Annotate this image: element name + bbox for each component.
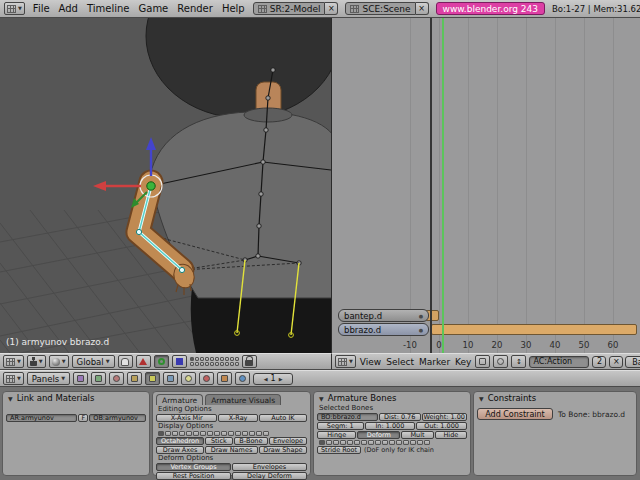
- scene-context-button[interactable]: [163, 372, 178, 385]
- auto-ik-button[interactable]: Auto IK: [259, 414, 307, 422]
- layer-toggle[interactable]: [210, 362, 214, 366]
- draw-mode-dropdown[interactable]: ▼: [49, 355, 69, 368]
- viewport-3d[interactable]: (1) armyunov bbrazo.d: [0, 18, 331, 353]
- users-count-button[interactable]: 2: [592, 356, 606, 368]
- layer-toggle[interactable]: [347, 440, 353, 445]
- lock-button[interactable]: [242, 355, 257, 368]
- channel-name-button[interactable]: bbrazo.d ●: [338, 323, 429, 336]
- layer-toggle[interactable]: [165, 431, 171, 436]
- current-frame-line[interactable]: [442, 18, 444, 353]
- tab-armature[interactable]: Armature: [156, 394, 203, 405]
- panel-bones-header[interactable]: ▼ Armature Bones: [314, 392, 470, 404]
- x-ray-button[interactable]: X-Ray: [218, 414, 257, 422]
- object-name-field[interactable]: OB:armyunov: [89, 414, 146, 422]
- delay-deform-button[interactable]: Delay Deform: [232, 472, 307, 480]
- layer-toggle[interactable]: [389, 440, 395, 445]
- editing-context-button[interactable]: [145, 372, 160, 385]
- layer-toggle[interactable]: [417, 440, 423, 445]
- menu-select[interactable]: Select: [385, 357, 415, 367]
- layer-toggle[interactable]: [186, 431, 192, 436]
- deform-button[interactable]: Deform: [357, 431, 400, 439]
- dist-field[interactable]: Dist: 0.76: [379, 413, 421, 421]
- layer-toggle[interactable]: [326, 440, 332, 445]
- hide-button[interactable]: Hide: [435, 431, 467, 439]
- layer-toggle[interactable]: [242, 431, 248, 436]
- orientation-dropdown[interactable]: Global▼: [72, 355, 115, 368]
- layer-toggle[interactable]: [256, 431, 262, 436]
- shading-context-button[interactable]: [109, 372, 124, 385]
- layer-toggle[interactable]: [214, 431, 220, 436]
- octahedron-button[interactable]: Octahedron: [156, 437, 204, 445]
- menu-render[interactable]: Render: [176, 3, 214, 14]
- x-axis-mirror-button[interactable]: X-Axis Mir: [156, 414, 217, 422]
- editor-type-button[interactable]: ▼: [335, 355, 356, 368]
- draw-shape-button[interactable]: Draw Shape: [259, 446, 307, 454]
- layer-toggle[interactable]: [179, 431, 185, 436]
- layer-toggle[interactable]: [340, 440, 346, 445]
- browse-action-button[interactable]: ↕: [511, 355, 526, 368]
- layer-toggle[interactable]: [200, 431, 206, 436]
- layer-toggle[interactable]: [215, 357, 219, 361]
- menu-game[interactable]: Game: [138, 3, 170, 14]
- layer-toggle[interactable]: [205, 362, 209, 366]
- layer-toggle[interactable]: [235, 362, 239, 366]
- layer-toggle[interactable]: [190, 357, 194, 361]
- layer-toggle[interactable]: [424, 440, 430, 445]
- manipulator-translate-button[interactable]: [136, 355, 151, 368]
- layer-toggle[interactable]: [193, 431, 199, 436]
- layer-toggle[interactable]: [410, 440, 416, 445]
- scene-close-button[interactable]: ×: [416, 2, 429, 15]
- add-constraint-button[interactable]: Add Constraint: [477, 408, 553, 420]
- segm-field[interactable]: Segm: 1: [317, 422, 364, 430]
- menu-key[interactable]: Key: [454, 357, 472, 367]
- panel-link-header[interactable]: ▼ Link and Materials: [3, 392, 149, 404]
- action-name-field[interactable]: AC:Action: [529, 356, 589, 368]
- ease-in-field[interactable]: In: 1.000: [365, 422, 416, 430]
- draw-axes-button[interactable]: Draw Axes: [156, 446, 204, 454]
- mult-button[interactable]: Mult: [401, 431, 433, 439]
- layer-toggle[interactable]: [158, 431, 164, 436]
- object-context-button[interactable]: [127, 372, 142, 385]
- layer-toggle[interactable]: [225, 357, 229, 361]
- editor-type-button[interactable]: ▼: [3, 355, 24, 368]
- panel-constraints-header[interactable]: ▼ Constraints: [474, 392, 636, 404]
- lamp-subcontext-button[interactable]: [181, 372, 196, 385]
- layer-toggle[interactable]: [354, 440, 360, 445]
- fake-user-button[interactable]: F: [78, 414, 88, 422]
- manipulator-rotate-button[interactable]: [154, 355, 169, 368]
- layer-toggle[interactable]: [190, 362, 194, 366]
- screen-selector[interactable]: SR:2-Model: [253, 2, 326, 15]
- layer-toggle[interactable]: [221, 431, 227, 436]
- layer-toggle[interactable]: [249, 431, 255, 436]
- screen-close-button[interactable]: ×: [325, 2, 338, 15]
- version-badge[interactable]: www.blender.org 243: [436, 2, 545, 15]
- editor-type-button[interactable]: ▼: [3, 372, 24, 385]
- weight-field[interactable]: Weight: 1.00: [422, 413, 467, 421]
- ease-out-field[interactable]: Out: 1.000: [416, 422, 467, 430]
- menu-file[interactable]: File: [32, 3, 51, 14]
- layer-toggle[interactable]: [263, 431, 269, 436]
- layer-toggle[interactable]: [403, 440, 409, 445]
- logic-context-button[interactable]: [73, 372, 88, 385]
- material-subcontext-button[interactable]: [199, 372, 214, 385]
- layer-toggle[interactable]: [230, 357, 234, 361]
- bone-layer-buttons[interactable]: [317, 440, 467, 445]
- manipulator-scale-button[interactable]: [172, 355, 187, 368]
- layer-toggle[interactable]: [235, 357, 239, 361]
- layer-toggle[interactable]: [207, 431, 213, 436]
- b-bone-button[interactable]: B-Bone: [234, 437, 268, 445]
- layer-toggle[interactable]: [195, 362, 199, 366]
- frame-number-field[interactable]: ◀ 1 ▶: [253, 373, 293, 385]
- layer-toggle[interactable]: [375, 440, 381, 445]
- layer-toggle[interactable]: [382, 440, 388, 445]
- texture-subcontext-button[interactable]: [217, 372, 232, 385]
- tab-armature-visuals[interactable]: Armature Visuals: [205, 394, 281, 405]
- menu-timeline[interactable]: Timeline: [86, 3, 131, 14]
- armature-layer-buttons[interactable]: [156, 431, 307, 436]
- channel-name-button[interactable]: bantep.d ●: [338, 309, 429, 322]
- envelope-button[interactable]: Envelope: [269, 437, 307, 445]
- layer-toggle[interactable]: [319, 440, 325, 445]
- manipulator-hand-button[interactable]: [118, 355, 133, 368]
- menu-view[interactable]: View: [359, 357, 382, 367]
- layer-toggle[interactable]: [361, 440, 367, 445]
